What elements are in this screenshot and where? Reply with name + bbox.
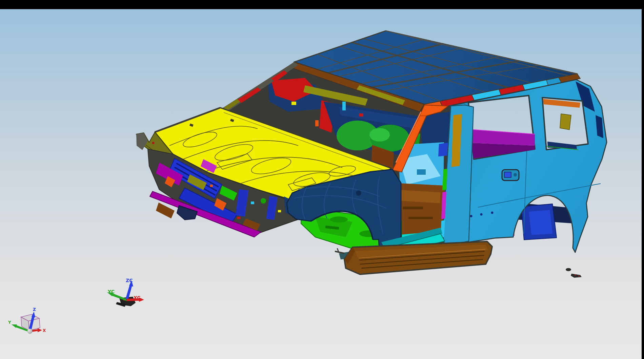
wcs-z-label: ZC — [126, 278, 133, 283]
running-board[interactable] — [344, 241, 492, 274]
door-handle[interactable] — [502, 170, 519, 181]
cad-application-window: ZC YC XC Z Y — [0, 0, 644, 359]
rear-door-window[interactable] — [468, 96, 535, 159]
abs-x-label: X — [43, 328, 46, 333]
abs-triad[interactable]: Z Y X — [8, 307, 46, 334]
loose-parts[interactable] — [566, 268, 582, 278]
viewport-canvas[interactable]: ZC YC XC Z Y — [0, 0, 644, 359]
wcs-y-label: YC — [107, 289, 115, 294]
wcs-x-label: XC — [134, 295, 141, 300]
quarter-window[interactable] — [542, 98, 588, 150]
wcs-triad[interactable]: ZC YC XC — [107, 278, 144, 307]
car-model[interactable] — [136, 31, 607, 278]
abs-y-label: Y — [8, 320, 11, 325]
abs-z-label: Z — [33, 307, 36, 312]
abs-origin-sphere — [27, 329, 33, 334]
